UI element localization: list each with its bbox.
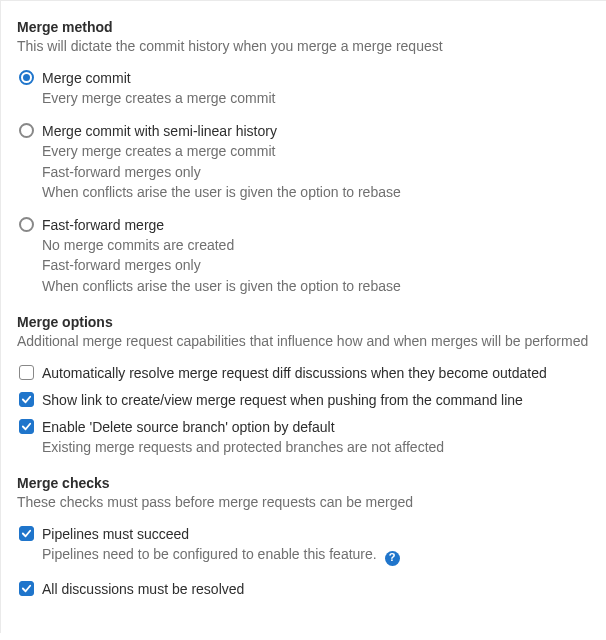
merge-method-option-0-label: Merge commit [42, 69, 590, 88]
merge-checks-item-0: Pipelines must succeed Pipelines need to… [17, 525, 590, 565]
merge-checks-item-1: All discussions must be resolved [17, 580, 590, 599]
merge-options-item-0: Automatically resolve merge request diff… [17, 364, 590, 383]
merge-options-item-2: Enable 'Delete source branch' option by … [17, 418, 590, 457]
merge-checks-item-0-label: Pipelines must succeed [42, 525, 590, 544]
merge-method-desc: This will dictate the commit history whe… [17, 37, 590, 55]
checkbox-show-link[interactable] [19, 392, 34, 407]
merge-checks-title: Merge checks [17, 475, 590, 491]
merge-options-desc: Additional merge request capabilities th… [17, 332, 590, 350]
merge-method-option-0-sub-0: Every merge creates a merge commit [42, 88, 590, 108]
merge-options-item-1-label: Show link to create/view merge request w… [42, 391, 590, 410]
radio-semi-linear[interactable] [19, 123, 34, 138]
merge-method-option-1: Merge commit with semi-linear history Ev… [17, 122, 590, 202]
merge-checks-item-1-label: All discussions must be resolved [42, 580, 590, 599]
merge-method-option-1-label: Merge commit with semi-linear history [42, 122, 590, 141]
merge-options-item-1: Show link to create/view merge request w… [17, 391, 590, 410]
merge-method-option-2-sub-1: Fast-forward merges only [42, 255, 590, 275]
merge-method-option-1-sub-1: Fast-forward merges only [42, 162, 590, 182]
merge-method-title: Merge method [17, 19, 590, 35]
merge-options-item-2-sub-0: Existing merge requests and protected br… [42, 437, 590, 457]
merge-method-option-2-sub-2: When conflicts arise the user is given t… [42, 276, 590, 296]
merge-options-item-0-label: Automatically resolve merge request diff… [42, 364, 590, 383]
merge-method-option-1-sub-2: When conflicts arise the user is given t… [42, 182, 590, 202]
merge-method-option-2-sub-0: No merge commits are created [42, 235, 590, 255]
merge-options-title: Merge options [17, 314, 590, 330]
merge-method-option-1-sub-0: Every merge creates a merge commit [42, 141, 590, 161]
merge-method-option-2-label: Fast-forward merge [42, 216, 590, 235]
merge-checks-item-0-sub-0: Pipelines need to be configured to enabl… [42, 546, 377, 562]
checkbox-pipelines-succeed[interactable] [19, 526, 34, 541]
merge-checks-desc: These checks must pass before merge requ… [17, 493, 590, 511]
radio-fast-forward[interactable] [19, 217, 34, 232]
checkbox-delete-branch[interactable] [19, 419, 34, 434]
checkbox-auto-resolve[interactable] [19, 365, 34, 380]
help-icon[interactable]: ? [385, 551, 400, 566]
merge-options-item-2-label: Enable 'Delete source branch' option by … [42, 418, 590, 437]
radio-merge-commit[interactable] [19, 70, 34, 85]
merge-method-option-0: Merge commit Every merge creates a merge… [17, 69, 590, 108]
checkbox-discussions-resolved[interactable] [19, 581, 34, 596]
merge-method-option-2: Fast-forward merge No merge commits are … [17, 216, 590, 296]
merge-checks-item-0-sub: Pipelines need to be configured to enabl… [42, 546, 400, 562]
